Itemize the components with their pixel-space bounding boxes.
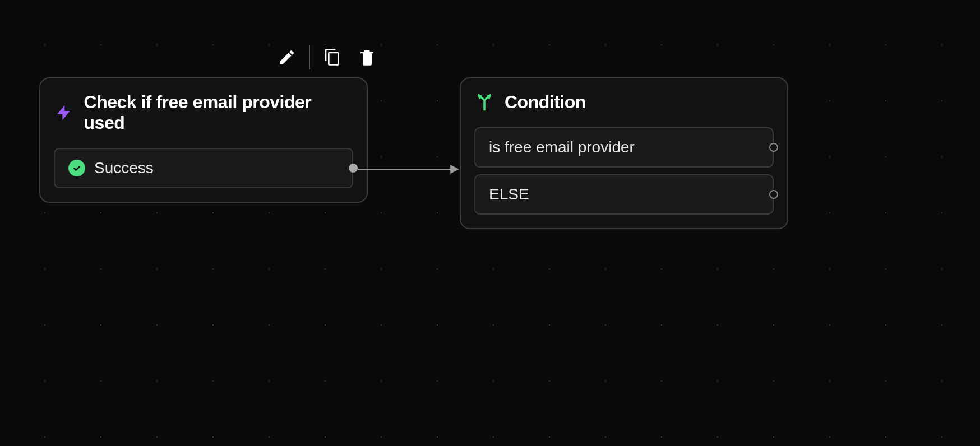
node-title: Condition <box>505 92 586 113</box>
output-port[interactable] <box>769 190 778 199</box>
pencil-icon <box>278 48 296 66</box>
lightning-icon <box>54 103 74 123</box>
condition-node[interactable]: Condition is free email provider ELSE <box>460 77 788 229</box>
copy-icon <box>323 48 341 66</box>
node-toolbar <box>275 45 380 69</box>
node-title: Check if free email provider used <box>84 92 353 133</box>
node-header: Condition <box>474 92 774 113</box>
copy-button[interactable] <box>320 45 345 69</box>
branch-icon <box>474 92 494 113</box>
edit-button[interactable] <box>275 45 299 69</box>
success-check-icon <box>68 160 85 176</box>
delete-button[interactable] <box>355 45 380 69</box>
action-node[interactable]: Check if free email provider used Succes… <box>39 77 368 203</box>
condition-slot-else[interactable]: ELSE <box>474 174 774 215</box>
condition-slot-true[interactable]: is free email provider <box>474 127 774 168</box>
toolbar-separator <box>309 45 310 69</box>
workflow-canvas[interactable]: Check if free email provider used Succes… <box>0 0 980 446</box>
output-port[interactable] <box>769 143 778 152</box>
edge-connector <box>352 164 464 175</box>
slot-label: is free email provider <box>489 138 635 156</box>
output-slot-success[interactable]: Success <box>54 148 353 188</box>
slot-label: ELSE <box>489 185 529 203</box>
output-port[interactable] <box>349 164 358 173</box>
trash-icon <box>358 48 376 66</box>
slot-label: Success <box>94 159 154 177</box>
node-header: Check if free email provider used <box>54 92 353 133</box>
